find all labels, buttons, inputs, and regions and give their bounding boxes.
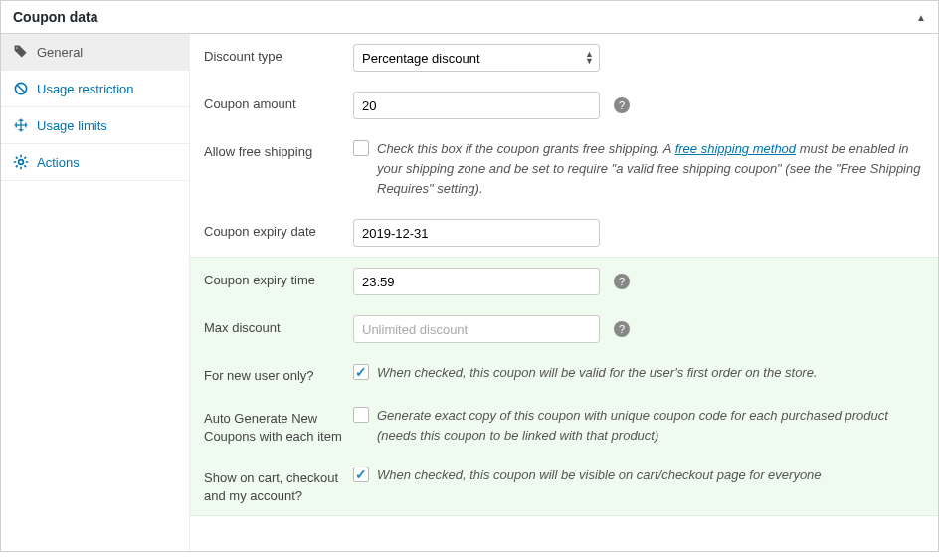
tab-actions[interactable]: Actions <box>1 144 189 181</box>
sidebar: General Usage restriction Usage limits A… <box>1 34 190 551</box>
tab-usage-restriction[interactable]: Usage restriction <box>1 71 189 107</box>
expiry-time-label: Coupon expiry time <box>204 268 353 289</box>
show-on-cart-label: Show on cart, checkout and my account? <box>204 466 353 505</box>
free-shipping-label: Allow free shipping <box>204 139 353 161</box>
tab-label: Usage limits <box>37 118 107 133</box>
tab-label: General <box>37 45 83 60</box>
discount-type-select[interactable]: Percentage discount <box>353 44 600 72</box>
field-auto-generate: Auto Generate New Coupons with each item… <box>190 396 938 456</box>
field-coupon-amount: Coupon amount ? <box>190 82 938 129</box>
svg-point-8 <box>19 160 24 165</box>
coupon-data-panel: Coupon data ▲ General Usage restriction … <box>0 0 939 552</box>
free-shipping-checkbox[interactable] <box>353 140 369 156</box>
new-user-checkbox[interactable] <box>353 364 369 380</box>
max-discount-input[interactable] <box>353 315 600 343</box>
tab-label: Actions <box>37 155 80 170</box>
auto-generate-label: Auto Generate New Coupons with each item <box>204 406 353 446</box>
free-shipping-desc: Check this box if the coupon grants free… <box>377 139 924 199</box>
section-general: Discount type Percentage discount ▲▼ Cou… <box>190 34 938 257</box>
limits-icon <box>13 117 29 133</box>
ban-icon <box>13 81 29 96</box>
panel-body: General Usage restriction Usage limits A… <box>1 34 938 551</box>
show-on-cart-desc: When checked, this coupon will be visibl… <box>377 466 822 485</box>
content: Discount type Percentage discount ▲▼ Cou… <box>190 34 938 551</box>
show-on-cart-checkbox[interactable] <box>353 467 369 482</box>
panel-title: Coupon data <box>13 9 98 25</box>
gear-icon <box>13 154 29 170</box>
field-max-discount: Max discount ? <box>190 305 938 353</box>
tag-icon <box>13 44 29 60</box>
tab-usage-limits[interactable]: Usage limits <box>1 107 189 144</box>
new-user-desc: When checked, this coupon will be valid … <box>377 363 818 383</box>
help-icon[interactable]: ? <box>614 274 630 289</box>
coupon-amount-label: Coupon amount <box>204 92 353 113</box>
new-user-label: For new user only? <box>204 363 353 385</box>
tab-label: Usage restriction <box>37 82 134 96</box>
field-expiry-time: Coupon expiry time ? <box>190 258 938 305</box>
section-extended: Coupon expiry time ? Max discount ? For … <box>190 257 938 516</box>
expiry-date-input[interactable] <box>353 219 600 247</box>
discount-type-label: Discount type <box>204 44 353 66</box>
coupon-amount-input[interactable] <box>353 92 600 119</box>
collapse-toggle-icon[interactable]: ▲ <box>916 12 926 23</box>
auto-generate-checkbox[interactable] <box>353 407 369 423</box>
field-expiry-date: Coupon expiry date <box>190 209 938 257</box>
field-show-on-cart: Show on cart, checkout and my account? W… <box>190 456 938 515</box>
tab-general[interactable]: General <box>1 34 189 71</box>
field-free-shipping: Allow free shipping Check this box if th… <box>190 129 938 209</box>
field-discount-type: Discount type Percentage discount ▲▼ <box>190 34 938 82</box>
panel-header: Coupon data ▲ <box>1 1 938 34</box>
field-new-user: For new user only? When checked, this co… <box>190 353 938 395</box>
help-icon[interactable]: ? <box>614 97 630 113</box>
max-discount-label: Max discount <box>204 315 353 337</box>
svg-line-1 <box>17 85 25 93</box>
expiry-date-label: Coupon expiry date <box>204 219 353 241</box>
expiry-time-input[interactable] <box>353 268 600 295</box>
help-icon[interactable]: ? <box>614 321 630 337</box>
free-shipping-link[interactable]: free shipping method <box>675 141 796 156</box>
auto-generate-desc: Generate exact copy of this coupon with … <box>377 406 924 446</box>
